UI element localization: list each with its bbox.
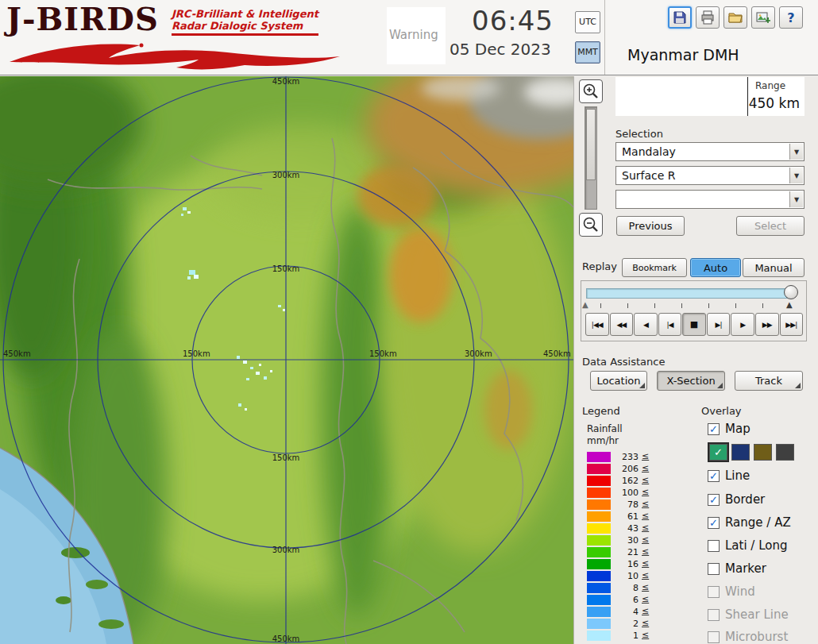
previous-button[interactable]: Previous bbox=[616, 216, 685, 236]
logo-taglines: JRC-Brilliant & Intelligent Radar Dialog… bbox=[172, 8, 318, 36]
data-assistance-label: Data Assistance bbox=[582, 356, 665, 368]
zoom-slider-thumb[interactable] bbox=[586, 109, 596, 180]
lati-long-checkbox[interactable] bbox=[708, 540, 720, 552]
map-style-swatch-green[interactable]: ✓ bbox=[709, 444, 727, 461]
selection-label: Selection bbox=[615, 128, 663, 140]
legend-row: 4≤ bbox=[587, 606, 666, 618]
microburst-checkbox bbox=[708, 631, 720, 643]
map-style-swatches: ✓ bbox=[709, 444, 794, 461]
product-dropdown[interactable]: Surface R ▼ bbox=[615, 166, 804, 185]
save-button[interactable] bbox=[668, 6, 692, 29]
map-style-swatch-blue[interactable] bbox=[731, 444, 750, 461]
location-button[interactable]: Location bbox=[590, 371, 647, 391]
legend-value: 10 bbox=[613, 571, 639, 581]
overlay-item-marker[interactable]: Marker bbox=[708, 561, 766, 577]
skip-to-start-button[interactable]: |◀◀ bbox=[585, 313, 609, 336]
legend-value: 8 bbox=[613, 583, 639, 593]
legend-le-symbol: ≤ bbox=[642, 546, 649, 557]
skip-to-end-button[interactable]: ▶▶| bbox=[780, 313, 804, 336]
help-button[interactable]: ? bbox=[779, 6, 803, 29]
timeline-position-marker-icon[interactable]: ▲ bbox=[786, 301, 793, 309]
ring-label: 450km bbox=[272, 634, 300, 643]
overlay-item-shear-line: Shear Line bbox=[708, 607, 789, 623]
site-dropdown[interactable]: Mandalay ▼ bbox=[615, 142, 804, 161]
ring-label: 150km bbox=[272, 264, 300, 273]
timeline-tick bbox=[762, 303, 763, 308]
legend-row: 78≤ bbox=[587, 499, 666, 511]
extra-dropdown[interactable]: ▼ bbox=[615, 190, 804, 209]
legend-swatch bbox=[587, 452, 611, 462]
ring-label: 150km bbox=[183, 349, 210, 358]
fast-forward-button[interactable]: ▶▶ bbox=[755, 313, 779, 336]
overlay-item-line[interactable]: ✓ Line bbox=[708, 468, 750, 484]
range-display: Range 450 km bbox=[615, 77, 804, 116]
header: J-BIRDS JRC-Brilliant & Intelligent Rada… bbox=[0, 0, 818, 75]
overlay-item-label: Range / AZ bbox=[725, 515, 791, 530]
overlay-item-label: Shear Line bbox=[725, 607, 789, 622]
legend-value: 162 bbox=[613, 476, 639, 486]
marker-checkbox[interactable] bbox=[708, 563, 720, 575]
ring-label: 450km bbox=[543, 349, 571, 358]
header-divider bbox=[604, 0, 605, 75]
map-style-swatch-olive[interactable] bbox=[754, 444, 772, 461]
zoom-out-button[interactable] bbox=[579, 213, 603, 237]
legend-row: 206≤ bbox=[587, 463, 666, 475]
open-folder-button[interactable] bbox=[723, 6, 747, 29]
range-az-checkbox[interactable]: ✓ bbox=[708, 517, 720, 529]
timeline-slider[interactable] bbox=[586, 288, 791, 299]
step-back-button[interactable]: |◀ bbox=[658, 313, 682, 336]
x-section-button[interactable]: X-Section bbox=[657, 371, 725, 391]
app-window: J-BIRDS JRC-Brilliant & Intelligent Rada… bbox=[0, 0, 818, 644]
chevron-down-icon[interactable]: ▼ bbox=[789, 144, 803, 160]
select-button[interactable]: Select bbox=[736, 216, 804, 236]
legend-row: 100≤ bbox=[587, 487, 666, 499]
timezone-utc-button[interactable]: UTC bbox=[575, 11, 600, 33]
manual-mode-button[interactable]: Manual bbox=[743, 258, 804, 277]
overlay-item-label: Map bbox=[725, 422, 750, 436]
track-button[interactable]: Track bbox=[735, 371, 803, 391]
play-button[interactable]: ▶ bbox=[731, 313, 754, 336]
step-forward-button[interactable]: ▶| bbox=[707, 313, 731, 336]
dropdown-corner-icon bbox=[639, 383, 645, 388]
border-checkbox[interactable]: ✓ bbox=[708, 494, 720, 506]
map-style-swatch-gray[interactable] bbox=[776, 444, 794, 461]
zoom-slider[interactable] bbox=[585, 106, 597, 210]
print-button[interactable] bbox=[696, 6, 720, 29]
radar-map-canvas: 450km 300km 150km 150km 300km 450km 450k… bbox=[0, 76, 573, 644]
overlay-item-lati-long[interactable]: Lati / Long bbox=[708, 538, 788, 553]
clock-time: 06:45 bbox=[472, 5, 569, 37]
timeline-tick bbox=[735, 303, 736, 308]
logo-tagline-2: Radar Dialogic System bbox=[172, 20, 318, 32]
zoom-in-button[interactable] bbox=[579, 79, 603, 103]
chevron-down-icon[interactable]: ▼ bbox=[789, 191, 803, 207]
legend-row: 61≤ bbox=[587, 511, 666, 523]
range-value: 450 km bbox=[749, 95, 800, 111]
check-icon: ✓ bbox=[714, 446, 723, 458]
legend-value: 61 bbox=[613, 511, 639, 522]
play-backward-button[interactable]: ◀ bbox=[634, 313, 658, 336]
legend-swatch bbox=[587, 607, 611, 617]
overlay-item-range-az[interactable]: ✓ Range / AZ bbox=[708, 515, 791, 530]
stop-button[interactable]: ■ bbox=[682, 313, 706, 336]
legend-le-symbol: ≤ bbox=[642, 499, 649, 509]
auto-mode-button[interactable]: Auto bbox=[690, 258, 741, 277]
chevron-down-icon[interactable]: ▼ bbox=[789, 168, 803, 183]
line-checkbox[interactable]: ✓ bbox=[708, 470, 720, 482]
timeline-handle[interactable] bbox=[784, 285, 798, 299]
product-dropdown-value: Surface R bbox=[622, 169, 676, 182]
radar-map-view[interactable]: 450km 300km 150km 150km 300km 450km 450k… bbox=[0, 76, 573, 644]
logo-tagline-1: JRC-Brilliant & Intelligent bbox=[172, 8, 318, 20]
legend-le-symbol: ≤ bbox=[642, 487, 649, 497]
capture-image-button[interactable] bbox=[751, 6, 775, 29]
clock-date: 05 Dec 2023 bbox=[450, 40, 569, 59]
printer-icon bbox=[700, 10, 715, 25]
fast-rewind-button[interactable]: ◀◀ bbox=[610, 313, 634, 336]
timezone-mmt-button[interactable]: MMT bbox=[575, 41, 600, 64]
legend-row: 30≤ bbox=[587, 534, 666, 546]
legend-row: 21≤ bbox=[587, 546, 666, 558]
bookmark-button[interactable]: Bookmark bbox=[622, 258, 687, 277]
overlay-item-map[interactable]: ✓ Map bbox=[708, 421, 750, 437]
map-checkbox[interactable]: ✓ bbox=[708, 423, 720, 435]
overlay-item-border[interactable]: ✓ Border bbox=[708, 492, 765, 507]
overlay-item-label: Wind bbox=[725, 584, 755, 599]
